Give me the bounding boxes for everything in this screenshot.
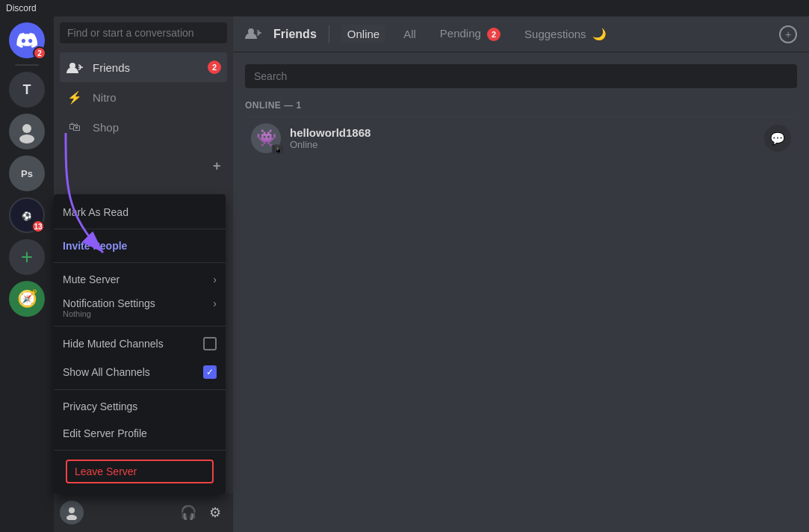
- context-menu-divider-3: [54, 326, 226, 327]
- sidebar-item-friends[interactable]: Friends 2: [60, 52, 227, 82]
- context-menu: Mark As Read Invite People Mute Server ›…: [54, 194, 226, 494]
- context-menu-item-show-all-channels[interactable]: Show All Channels ✓: [54, 358, 226, 386]
- server-icon-discover[interactable]: 🧭: [9, 281, 45, 317]
- sidebar-item-nitro[interactable]: ⚡ Nitro: [60, 82, 227, 112]
- friend-item-helloworld[interactable]: 👾 📱 helloworld1868 Online 💬: [245, 117, 797, 159]
- add-friend-button[interactable]: +: [779, 25, 797, 43]
- shop-nav-label: Shop: [93, 121, 119, 134]
- friends-icon-svg: [66, 61, 83, 73]
- context-menu-item-invite-people[interactable]: Invite People: [54, 232, 226, 259]
- mute-server-arrow: ›: [213, 273, 217, 285]
- notification-settings-arrow: ›: [213, 297, 217, 309]
- hide-muted-channels-checkbox[interactable]: [203, 337, 217, 350]
- main-header: Friends Online All Pending 2 Suggestions…: [233, 16, 809, 52]
- search-bar-placeholder: Find or start a conversation: [67, 27, 194, 39]
- server-divider-1: [15, 64, 39, 66]
- friends-search-input[interactable]: [245, 64, 797, 88]
- context-menu-divider-1: [54, 229, 226, 229]
- pending-badge: 2: [487, 28, 500, 41]
- friend-actions: 💬: [764, 125, 791, 152]
- user-photo-icon: [15, 120, 39, 143]
- tab-online[interactable]: Online: [341, 25, 385, 43]
- context-menu-divider-5: [54, 450, 226, 451]
- settings-button[interactable]: ⚙: [203, 501, 227, 525]
- friends-content: ONLINE — 1 👾 📱 helloworld1868 Online 💬: [233, 52, 809, 532]
- settings-icon: ⚙: [209, 504, 221, 521]
- nitro-nav-label: Nitro: [93, 91, 117, 104]
- bottom-bar: 🎧 ⚙: [54, 493, 233, 532]
- friend-info-helloworld: helloworld1868 Online: [290, 126, 755, 150]
- bottom-bar-icons: 🎧 ⚙: [176, 501, 227, 525]
- tab-suggestions[interactable]: Suggestions 🌙: [518, 25, 613, 44]
- title-bar: Discord: [0, 0, 809, 16]
- svg-point-6: [66, 515, 77, 520]
- context-menu-item-privacy-settings[interactable]: Privacy Settings: [54, 393, 226, 420]
- server-icon-add[interactable]: +: [9, 239, 45, 275]
- discover-icon: 🧭: [17, 289, 37, 309]
- mark-as-read-label: Mark As Read: [63, 206, 128, 218]
- add-server-icon: +: [21, 247, 33, 267]
- search-bar[interactable]: Find or start a conversation: [60, 22, 227, 43]
- context-menu-item-notification-settings[interactable]: Notification Settings › Nothing: [54, 293, 226, 323]
- mute-server-label: Mute Server: [63, 273, 120, 285]
- svg-point-1: [19, 134, 34, 143]
- friends-header-icon: [245, 25, 261, 43]
- tab-all[interactable]: All: [397, 25, 422, 43]
- friend-status-helloworld: Online: [290, 139, 755, 150]
- friend-name-helloworld: helloworld1868: [290, 126, 755, 139]
- user-avatar-icon: [64, 505, 79, 520]
- server-icon-home[interactable]: 2: [9, 22, 45, 58]
- context-menu-item-mark-as-read[interactable]: Mark As Read: [54, 199, 226, 226]
- friends-nav-icon: [66, 58, 84, 76]
- channel-section-header: +: [54, 145, 233, 179]
- headphones-button[interactable]: 🎧: [176, 501, 200, 525]
- dark-server-badge: 13: [31, 220, 45, 233]
- show-all-channels-label: Show All Channels: [63, 366, 150, 378]
- invite-people-label: Invite People: [63, 240, 127, 252]
- user-avatar: [60, 501, 84, 525]
- context-menu-item-mute-server[interactable]: Mute Server ›: [54, 266, 226, 293]
- sidebar-nav: Friends 2 ⚡ Nitro 🛍 Shop: [54, 49, 233, 145]
- channel-add-button[interactable]: +: [207, 157, 227, 176]
- add-friend-icon-symbol: +: [785, 28, 791, 40]
- server-icon-dark[interactable]: ⚽ 13: [9, 197, 45, 233]
- online-section-label: ONLINE — 1: [245, 100, 797, 111]
- server-sidebar: 2 T Ps ⚽ 13: [0, 16, 54, 532]
- context-menu-item-hide-muted-channels[interactable]: Hide Muted Channels: [54, 330, 226, 358]
- shop-nav-icon: 🛍: [66, 118, 84, 136]
- user-area: [60, 501, 170, 525]
- edit-server-profile-label: Edit Server Profile: [63, 427, 147, 439]
- home-badge: 2: [33, 46, 46, 60]
- hide-muted-channels-label: Hide Muted Channels: [63, 338, 164, 350]
- header-divider: [329, 25, 329, 43]
- svg-point-5: [69, 507, 75, 513]
- friends-title: Friends: [273, 28, 317, 41]
- message-icon: 💬: [770, 132, 785, 146]
- server-icon-user-photo[interactable]: [9, 114, 45, 149]
- context-menu-item-edit-server-profile[interactable]: Edit Server Profile: [54, 420, 226, 447]
- notification-settings-label: Notification Settings: [63, 297, 155, 309]
- show-all-channels-checkbox[interactable]: ✓: [203, 365, 217, 379]
- leave-server-label: Leave Server: [75, 466, 137, 477]
- server-ps-label: Ps: [21, 168, 33, 179]
- context-menu-divider-2: [54, 262, 226, 263]
- context-menu-divider-4: [54, 389, 226, 390]
- notification-settings-sublabel: Nothing: [63, 309, 91, 318]
- server-icon-t[interactable]: T: [9, 72, 45, 108]
- friends-header-svg: [245, 27, 261, 39]
- friends-nav-label: Friends: [93, 61, 130, 74]
- leave-server-container: Leave Server: [54, 454, 226, 489]
- context-menu-item-leave-server[interactable]: Leave Server: [66, 460, 214, 483]
- friends-nav-badge: 2: [208, 61, 221, 74]
- svg-text:⚽: ⚽: [22, 211, 32, 221]
- privacy-settings-label: Privacy Settings: [63, 400, 137, 412]
- svg-point-0: [22, 124, 31, 133]
- main-content: Friends Online All Pending 2 Suggestions…: [233, 16, 809, 532]
- server-icon-ps[interactable]: Ps: [9, 155, 45, 191]
- tab-pending[interactable]: Pending 2: [434, 24, 506, 44]
- friend-message-button[interactable]: 💬: [764, 125, 791, 152]
- friend-mobile-icon: 📱: [272, 145, 284, 155]
- title-bar-label: Discord: [6, 3, 37, 13]
- sidebar-item-shop[interactable]: 🛍 Shop: [60, 112, 227, 142]
- nitro-nav-icon: ⚡: [66, 88, 84, 106]
